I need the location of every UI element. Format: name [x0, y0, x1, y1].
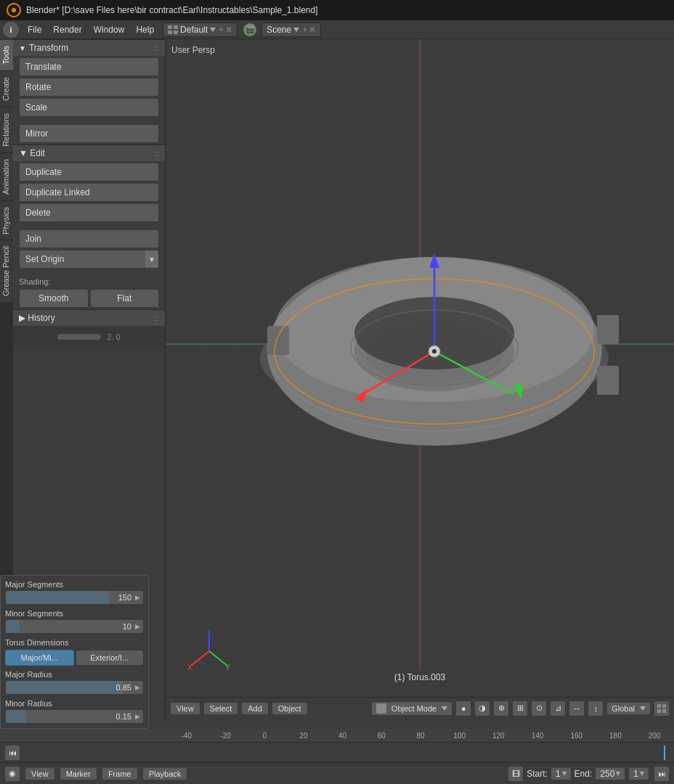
svg-text:X: X — [187, 663, 192, 671]
svg-marker-6 — [210, 28, 216, 32]
status-bar: ◉ View Marker Frame Playback 🎞 Start: 1 … — [0, 762, 674, 784]
sphere2-icon-btn[interactable]: ◑ — [474, 701, 490, 716]
tab-physics[interactable]: Physics — [0, 200, 13, 240]
global-label: Global — [612, 704, 635, 713]
grid-canvas — [166, 39, 674, 719]
major-radius-slider[interactable]: 0.85 ▶ — [5, 680, 144, 695]
menu-render[interactable]: Render — [47, 23, 87, 36]
exterior-btn[interactable]: Exterior/I... — [76, 650, 145, 666]
smooth-button[interactable]: Smooth — [19, 289, 89, 308]
duplicate-linked-button[interactable]: Duplicate Linked — [19, 183, 159, 202]
history-label: ▶ History — [19, 313, 55, 323]
statusbar-icon[interactable]: ◉ — [4, 766, 20, 782]
tab-create[interactable]: Create — [0, 70, 13, 107]
mode-selector[interactable]: Object Mode — [371, 701, 452, 716]
major-segments-value: 150 — [6, 593, 143, 602]
svg-point-58 — [432, 349, 437, 354]
transform-header[interactable]: ▼ Transform :: — [13, 39, 165, 56]
tab-grease-pencil[interactable]: Grease Pencil — [0, 240, 13, 302]
major-radius-value: 0.85 — [6, 683, 143, 692]
timeline-num-180: 180 — [596, 732, 636, 740]
timeline-range: 🎞 Start: 1 End: 250 1 — [508, 766, 649, 782]
tab-relations[interactable]: Relations — [0, 107, 13, 152]
edit-header[interactable]: ▼ Edit :: — [13, 144, 165, 161]
timeline-bar[interactable]: ⏮ — [0, 742, 674, 762]
start-label: Start: — [527, 769, 548, 779]
translate-button[interactable]: Translate — [19, 57, 159, 76]
timeline-num-neg20: -20 — [206, 732, 245, 740]
snap-icon-btn[interactable]: ⊞ — [512, 701, 528, 716]
svg-rect-5 — [174, 30, 178, 34]
timeline-num-80: 80 — [401, 732, 440, 740]
major-segments-arrow: ▶ — [135, 594, 140, 601]
svg-marker-72 — [616, 772, 620, 776]
proportional-icon-btn[interactable]: ⊙ — [531, 701, 547, 716]
info-icon[interactable]: i — [3, 22, 19, 38]
svg-rect-49 — [267, 326, 289, 355]
title-bar: Blender* [D:\save Files here\bir contrac… — [0, 0, 674, 20]
major-minor-btn[interactable]: Major/Mi... — [5, 650, 74, 666]
minor-segments-arrow: ▶ — [135, 623, 140, 630]
viewport-controls: View Select Add Object Object Mode ● ◑ ⊕… — [166, 697, 674, 719]
menu-file[interactable]: File — [22, 23, 47, 36]
statusbar-view-btn[interactable]: View — [25, 767, 55, 780]
minor-radius-label: Minor Radius — [5, 699, 144, 708]
minor-segments-slider[interactable]: 10 ▶ — [5, 619, 144, 634]
menu-window[interactable]: Window — [88, 23, 131, 36]
scale-button[interactable]: Scale — [19, 98, 159, 117]
grid-icon-btn[interactable] — [654, 701, 670, 716]
set-origin-arrow[interactable]: ▼ — [145, 250, 158, 268]
statusbar-frame-btn[interactable]: Frame — [102, 767, 138, 780]
major-segments-slider[interactable]: 150 ▶ — [5, 590, 144, 605]
svg-marker-65 — [442, 706, 447, 711]
history-header[interactable]: ▶ History :: — [13, 309, 165, 326]
tab-animation[interactable]: Animation — [0, 152, 13, 200]
minor-segments-value: 10 — [6, 622, 143, 631]
flat-button[interactable]: Flat — [90, 289, 160, 308]
sphere-icon-btn[interactable]: ● — [455, 701, 471, 716]
menu-help[interactable]: Help — [130, 23, 160, 36]
manip-icon-btn[interactable]: ↔ — [569, 701, 585, 716]
layout-selector[interactable]: Default + ✕ — [163, 23, 237, 37]
join-button[interactable]: Join — [19, 229, 159, 248]
svg-marker-73 — [640, 772, 644, 776]
end-icon[interactable]: ⏭ — [654, 766, 670, 782]
mirror-button[interactable]: Mirror — [19, 124, 159, 143]
end-value-container[interactable]: 250 — [595, 767, 625, 780]
delete-button[interactable]: Delete — [19, 203, 159, 222]
add-button[interactable]: Add — [241, 702, 269, 715]
duplicate-button[interactable]: Duplicate — [19, 163, 159, 181]
play-back-icon[interactable]: ⏮ — [4, 745, 20, 761]
window-title: Blender* [D:\save Files here\bir contrac… — [26, 5, 318, 15]
statusbar-marker-btn[interactable]: Marker — [60, 767, 97, 780]
end-label: End: — [574, 769, 593, 779]
svg-rect-70 — [662, 709, 666, 713]
set-origin-button[interactable]: Set Origin — [20, 250, 145, 268]
global-selector[interactable]: Global — [606, 702, 651, 715]
select-button[interactable]: Select — [203, 702, 239, 715]
object-button[interactable]: Object — [272, 702, 308, 715]
statusbar-playback-btn[interactable]: Playback — [142, 767, 188, 780]
minor-radius-slider[interactable]: 0.15 ▶ — [5, 709, 144, 724]
timeline-num-140: 140 — [518, 732, 557, 740]
major-radius-arrow: ▶ — [135, 684, 140, 691]
timeline-num-0: 0 — [245, 732, 284, 740]
magnet-icon-btn[interactable]: ⊕ — [493, 701, 509, 716]
scene-selector[interactable]: Scene + ✕ — [261, 23, 321, 37]
current-frame-container[interactable]: 1 — [628, 767, 649, 780]
rotate-button[interactable]: Rotate — [19, 78, 159, 97]
major-radius-label: Major Radius — [5, 670, 144, 679]
viewport[interactable]: User Persp — [166, 39, 674, 719]
start-value-container[interactable]: 1 — [551, 767, 572, 780]
manip2-icon-btn[interactable]: ↕ — [588, 701, 604, 716]
tab-tools[interactable]: Tools — [0, 39, 13, 70]
svg-point-1 — [12, 8, 16, 12]
transform-orientation: Global — [606, 702, 651, 715]
minor-radius-value: 0.15 — [6, 712, 143, 721]
end-value: 250 — [600, 769, 614, 779]
anim-icon[interactable]: 🎞 — [508, 766, 524, 782]
view-button[interactable]: View — [170, 702, 200, 715]
svg-text:Z: Z — [207, 629, 211, 634]
major-segments-label: Major Segments — [5, 580, 144, 589]
transform-icon-btn[interactable]: ⊿ — [550, 701, 566, 716]
